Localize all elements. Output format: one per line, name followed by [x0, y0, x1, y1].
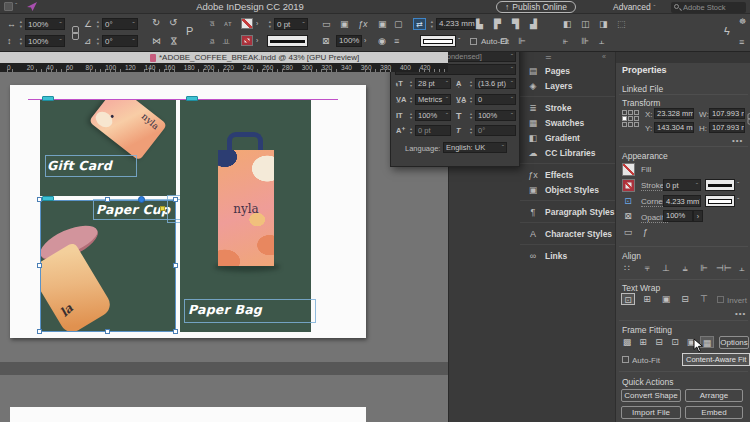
font-size-stepper[interactable]: ▴▾: [408, 80, 414, 88]
fill-swatch[interactable]: [622, 163, 635, 176]
text-wrap-more-icon[interactable]: •••: [735, 309, 746, 318]
flag1-icon[interactable]: ⊩: [518, 35, 526, 47]
align-right-icon[interactable]: ⫨: [678, 262, 692, 274]
center-content-icon[interactable]: ⊡: [668, 336, 682, 348]
opacity-field[interactable]: 100%: [663, 210, 693, 222]
rotate-cw-button[interactable]: ↻: [152, 17, 160, 29]
gpu-performance-icon[interactable]: ϟ: [724, 25, 730, 37]
stroke-weight-field[interactable]: 0 pt: [274, 18, 308, 30]
leading-stepper[interactable]: ▴▾: [468, 80, 474, 88]
align-center-h-icon[interactable]: ⊥: [659, 262, 673, 274]
arrange-button[interactable]: Arrange: [685, 389, 743, 402]
content-aware-icon[interactable]: ⊡: [500, 35, 508, 47]
flip-horizontal-button[interactable]: ⋈: [152, 35, 161, 47]
kerning-field[interactable]: Metrics: [415, 94, 451, 105]
w-field[interactable]: 107.993 mm: [709, 108, 745, 119]
link-badge-cup[interactable]: [42, 196, 54, 201]
kerning-stepper[interactable]: ▴▾: [408, 96, 414, 104]
stroke-weight-field[interactable]: 0 pt: [663, 179, 701, 191]
align-center-v-icon[interactable]: ⊣⊢: [716, 262, 730, 274]
stroke-flyout-icon[interactable]: ›: [256, 35, 258, 47]
underline-icon[interactable]: ı̲ı̲: [224, 35, 228, 47]
small-caps-icon[interactable]: ᴀᴛ: [224, 18, 232, 30]
scale-h-field[interactable]: 100%: [25, 35, 65, 47]
dock-item-pages[interactable]: ▤Pages: [520, 63, 615, 78]
corner-edit-widget[interactable]: [160, 206, 165, 211]
handle-bottom-right[interactable]: [173, 329, 178, 334]
handle-top-right[interactable]: [173, 197, 178, 202]
y-field[interactable]: 143.304 mm: [654, 122, 694, 133]
tab-properties[interactable]: Properties: [622, 65, 667, 75]
scale-h-stepper[interactable]: ▴▾: [18, 37, 24, 46]
stroke-swatch[interactable]: [622, 179, 635, 192]
frame-adornment-icon[interactable]: ▭: [621, 226, 635, 238]
search-input[interactable]: Adobe Stock: [671, 2, 746, 13]
leading-field[interactable]: (13.6 pt): [475, 78, 516, 89]
stroke-style-dropdown[interactable]: [267, 35, 308, 47]
wrap-bounding-box-icon[interactable]: ⊞: [640, 293, 654, 305]
scale-w-stepper[interactable]: ▴▾: [18, 20, 24, 29]
stroke-preview-dropdown[interactable]: [420, 35, 456, 47]
paper-bag-frame[interactable]: nyla: [180, 100, 311, 332]
align-bottom-icon[interactable]: ⫠: [735, 262, 749, 274]
effect-opacity-field[interactable]: 100%: [336, 35, 362, 47]
auto-fit-checkbox[interactable]: [622, 356, 629, 363]
handle-top-center[interactable]: [105, 197, 110, 202]
gift-card-label[interactable]: Gift Card: [47, 158, 112, 173]
rotation-field[interactable]: 0°: [102, 18, 138, 30]
constrain-proportions-icon[interactable]: [71, 26, 79, 39]
handle-mid-left[interactable]: [37, 263, 42, 268]
fill-prop-icon[interactable]: ▟: [530, 18, 537, 30]
dist-left-icon[interactable]: ⫦: [563, 35, 568, 47]
hscale-stepper[interactable]: ▴▾: [468, 112, 474, 120]
h-field[interactable]: 107.993 mm: [709, 122, 745, 133]
dist-bottom-icon[interactable]: ⫠: [599, 35, 604, 47]
wrap-object-shape-icon[interactable]: ▣: [659, 293, 673, 305]
baseline-shift-field[interactable]: 0 pt: [415, 125, 451, 136]
select-container-icon[interactable]: ▣: [378, 18, 387, 30]
dock-item-object-styles[interactable]: ▣Object Styles: [520, 182, 615, 197]
invert-checkbox[interactable]: [717, 296, 724, 303]
shear-stepper[interactable]: ▴▾: [95, 37, 101, 46]
skew-field[interactable]: 0°: [475, 125, 516, 136]
opacity-flyout-icon[interactable]: ›: [693, 210, 703, 222]
dock-item-stroke[interactable]: ≣Stroke: [520, 100, 615, 115]
align-right-icon[interactable]: ◨: [599, 18, 608, 30]
corner-style-dropdown[interactable]: [705, 195, 735, 207]
handle-bottom-left[interactable]: [37, 329, 42, 334]
corner-value-field[interactable]: 4.233 mm: [663, 195, 701, 207]
select-subject-icon[interactable]: ⬚: [617, 18, 626, 30]
dock-item-swatches[interactable]: ▦Swatches: [520, 115, 615, 130]
handle-mid-right[interactable]: [173, 263, 178, 268]
stroke-weight-stepper[interactable]: ▴▾: [267, 20, 273, 29]
dist-center-icon[interactable]: ⊪: [581, 35, 589, 47]
fit-content-icon[interactable]: ▛: [494, 18, 501, 30]
fit-frame-icon[interactable]: ▙: [476, 18, 483, 30]
workspace-switcher[interactable]: Advanced ˇ: [613, 2, 656, 12]
dock-grip-icon[interactable]: ⚌: [545, 53, 551, 61]
effects-fx-icon[interactable]: ƒx: [358, 18, 368, 30]
menu-icon[interactable]: ≡: [739, 36, 744, 48]
dock-item-effects[interactable]: ƒxEffects: [520, 167, 615, 182]
opacity-flyout-icon[interactable]: ›: [364, 35, 366, 47]
collapse-panels-icon[interactable]: «: [602, 53, 606, 60]
stroke-style-dropdown[interactable]: [705, 179, 735, 191]
horizontal-ruler[interactable]: 0204060801001201401601802002202402602803…: [0, 63, 448, 72]
stroke-link[interactable]: Stroke: [641, 181, 664, 191]
horizontal-scale-field[interactable]: 100%: [475, 110, 516, 121]
rotation-stepper[interactable]: ▴▾: [95, 20, 101, 29]
paper-bag-label[interactable]: Paper Bag: [188, 302, 262, 317]
wrap-none-icon[interactable]: ⊡: [621, 293, 635, 305]
dock-item-character-styles[interactable]: ACharacter Styles: [520, 226, 615, 241]
paper-cup-label[interactable]: Paper Cup: [96, 202, 170, 217]
tracking-stepper[interactable]: ▴▾: [468, 96, 474, 104]
scale-w-field[interactable]: 100%: [25, 18, 65, 30]
tracking-field[interactable]: 0: [475, 94, 516, 105]
select-content-icon[interactable]: ▢: [394, 18, 403, 30]
skew-stepper[interactable]: ▴▾: [468, 127, 474, 135]
fill-swatch[interactable]: [241, 18, 253, 29]
vertical-scale-field[interactable]: 100%: [415, 110, 451, 121]
align-left-icon[interactable]: ⫧: [640, 262, 654, 274]
embed-button[interactable]: Embed: [685, 406, 743, 419]
wrap-none-icon[interactable]: ◉: [378, 35, 386, 47]
